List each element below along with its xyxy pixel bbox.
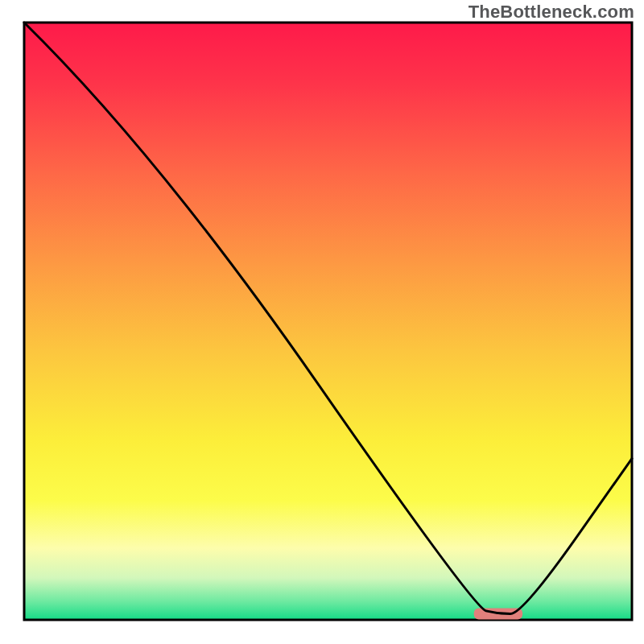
chart-svg	[0, 0, 644, 644]
plot-background	[24, 23, 632, 620]
chart-frame: TheBottleneck.com	[0, 0, 644, 644]
